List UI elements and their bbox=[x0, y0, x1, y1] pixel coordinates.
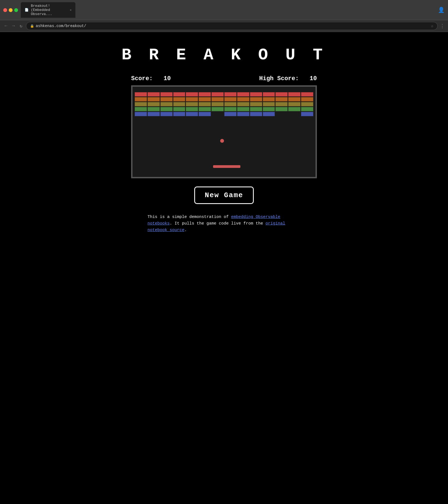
brick bbox=[135, 107, 147, 111]
high-score-value: 10 bbox=[310, 75, 317, 82]
brick bbox=[186, 112, 198, 116]
browser-chrome: 📄 Breakout! (Embedded Observa... ✕ 👤 ← →… bbox=[0, 0, 448, 32]
brick bbox=[186, 107, 198, 111]
brick bbox=[301, 92, 313, 97]
brick bbox=[186, 97, 198, 101]
brick bbox=[199, 107, 211, 111]
brick bbox=[173, 107, 185, 111]
browser-titlebar: 📄 Breakout! (Embedded Observa... ✕ 👤 bbox=[0, 0, 448, 20]
tab-title: Breakout! (Embedded Observa... bbox=[31, 4, 66, 16]
brick bbox=[148, 102, 160, 106]
brick bbox=[160, 92, 173, 97]
brick bbox=[160, 102, 173, 106]
brick bbox=[275, 92, 288, 97]
brick bbox=[275, 102, 288, 106]
brick bbox=[224, 107, 237, 111]
bookmark-icon[interactable]: ☆ bbox=[431, 23, 434, 29]
brick-empty bbox=[275, 112, 288, 116]
brick bbox=[211, 97, 224, 101]
brick bbox=[263, 102, 275, 106]
brick bbox=[288, 92, 300, 97]
tab-icon: 📄 bbox=[25, 8, 29, 12]
brick bbox=[211, 92, 224, 97]
new-game-button[interactable]: New Game bbox=[194, 187, 254, 204]
active-tab[interactable]: 📄 Breakout! (Embedded Observa... ✕ bbox=[21, 2, 75, 18]
high-score-display: High Score: 10 bbox=[259, 75, 317, 82]
brick bbox=[186, 92, 198, 97]
brick bbox=[224, 92, 237, 97]
brick bbox=[263, 107, 275, 111]
brick bbox=[160, 97, 173, 101]
page-content: B R E A K O U T Score: 10 High Score: 10 bbox=[115, 32, 333, 504]
brick bbox=[275, 107, 288, 111]
window-controls bbox=[3, 8, 18, 12]
brick bbox=[301, 107, 313, 111]
brick bbox=[224, 102, 237, 106]
brick bbox=[199, 97, 211, 101]
maximize-dot[interactable] bbox=[14, 8, 18, 12]
brick bbox=[301, 97, 313, 101]
brick bbox=[160, 107, 173, 111]
brick bbox=[301, 112, 313, 116]
bricks-container bbox=[135, 92, 313, 116]
brick bbox=[135, 92, 147, 97]
brick bbox=[173, 92, 185, 97]
brick bbox=[263, 112, 275, 116]
game-description: This is a simple demonstration of embedd… bbox=[148, 214, 300, 234]
brick bbox=[148, 112, 160, 116]
back-button[interactable]: ← bbox=[3, 23, 9, 29]
brick bbox=[263, 97, 275, 101]
brick bbox=[263, 92, 275, 97]
game-canvas bbox=[131, 85, 317, 178]
brick bbox=[237, 97, 249, 101]
brick bbox=[237, 107, 249, 111]
brick bbox=[211, 102, 224, 106]
brick bbox=[148, 107, 160, 111]
brick bbox=[135, 102, 147, 106]
lock-icon: 🔒 bbox=[30, 24, 34, 28]
address-bar[interactable]: 🔒 ashkenas.com/breakout/ ☆ bbox=[26, 22, 438, 30]
brick bbox=[186, 102, 198, 106]
user-icon[interactable]: 👤 bbox=[438, 7, 445, 13]
brick bbox=[288, 102, 300, 106]
game-title: B R E A K O U T bbox=[122, 46, 326, 64]
game-ball bbox=[220, 139, 224, 143]
brick bbox=[199, 112, 211, 116]
brick-row-green bbox=[135, 107, 313, 111]
brick-row-red bbox=[135, 92, 313, 97]
brick bbox=[199, 92, 211, 97]
browser-nav: ← → ↻ 🔒 ashkenas.com/breakout/ ☆ ⋮ bbox=[0, 20, 448, 32]
reload-button[interactable]: ↻ bbox=[18, 23, 24, 29]
brick bbox=[199, 102, 211, 106]
brick-empty bbox=[288, 112, 300, 116]
description-text-middle: . It pulls the game code live from the bbox=[170, 221, 266, 226]
brick-empty bbox=[211, 112, 224, 116]
brick-row-yellowgreen bbox=[135, 102, 313, 106]
brick bbox=[250, 92, 262, 97]
url-text: ashkenas.com/breakout/ bbox=[36, 24, 86, 28]
score-display: Score: 10 bbox=[131, 75, 171, 82]
brick bbox=[301, 102, 313, 106]
description-text-after: . bbox=[184, 228, 187, 232]
brick bbox=[135, 97, 147, 101]
brick bbox=[250, 107, 262, 111]
forward-button[interactable]: → bbox=[11, 23, 16, 29]
score-value: 10 bbox=[164, 75, 171, 82]
brick bbox=[148, 97, 160, 101]
game-paddle bbox=[213, 165, 241, 168]
brick-row-orange bbox=[135, 97, 313, 101]
close-dot[interactable] bbox=[3, 8, 7, 12]
more-options-icon[interactable]: ⋮ bbox=[440, 23, 445, 29]
brick bbox=[275, 97, 288, 101]
brick bbox=[224, 97, 237, 101]
minimize-dot[interactable] bbox=[9, 8, 13, 12]
brick bbox=[288, 107, 300, 111]
page-wrapper: B R E A K O U T Score: 10 High Score: 10 bbox=[0, 32, 448, 504]
brick bbox=[160, 112, 173, 116]
brick bbox=[148, 92, 160, 97]
brick bbox=[173, 112, 185, 116]
brick-row-blue bbox=[135, 112, 313, 116]
inactive-tab[interactable] bbox=[78, 6, 100, 14]
brick bbox=[250, 97, 262, 101]
tab-close-icon[interactable]: ✕ bbox=[70, 8, 72, 12]
